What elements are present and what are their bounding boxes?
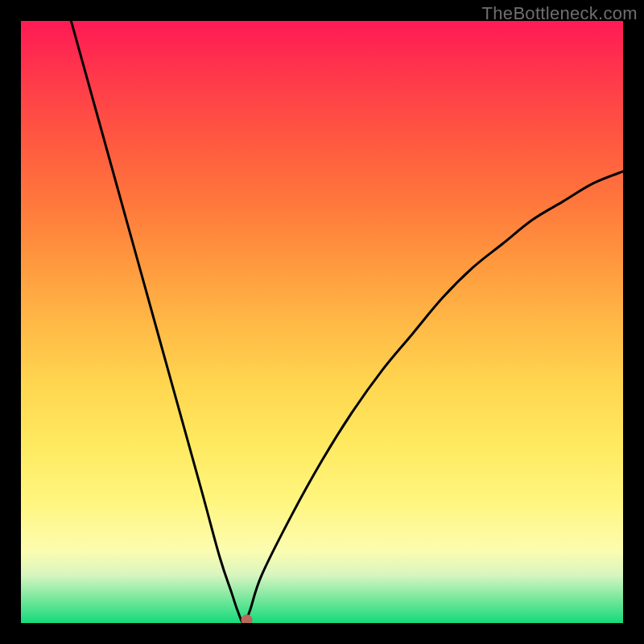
chart-frame: TheBottleneck.com [0, 0, 644, 644]
minimum-marker [242, 614, 253, 623]
bottleneck-curve [21, 21, 623, 623]
watermark-text: TheBottleneck.com [482, 3, 638, 24]
plot-area [21, 21, 623, 623]
